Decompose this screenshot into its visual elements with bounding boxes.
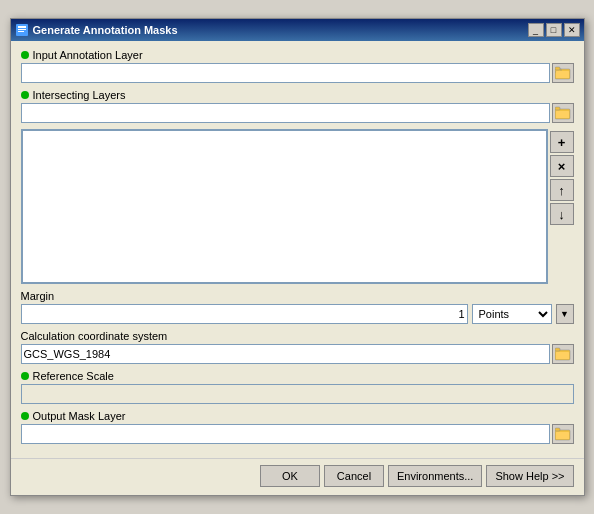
margin-unit-dropdown-btn[interactable]: ▼	[556, 304, 574, 324]
window-title: Generate Annotation Masks	[33, 24, 178, 36]
intersecting-layers-bullet	[21, 91, 29, 99]
reference-scale-group: Reference Scale	[21, 370, 574, 404]
margin-input-row: Points Pixels Inches ▼	[21, 304, 574, 324]
minimize-button[interactable]: _	[528, 23, 544, 37]
svg-rect-2	[18, 29, 26, 30]
input-annotation-select[interactable]	[21, 63, 550, 83]
margin-group: Margin	[21, 290, 574, 302]
svg-rect-6	[555, 67, 560, 70]
output-mask-row	[21, 424, 574, 444]
intersecting-layers-group: Intersecting Layers	[21, 89, 574, 123]
svg-rect-3	[18, 31, 24, 32]
titlebar-icon	[15, 23, 29, 37]
margin-label: Margin	[21, 290, 55, 302]
remove-layer-button[interactable]: ×	[550, 155, 574, 177]
cancel-button[interactable]: Cancel	[324, 465, 384, 487]
calc-coord-folder-button[interactable]	[552, 344, 574, 364]
margin-input[interactable]	[21, 304, 468, 324]
input-annotation-bullet	[21, 51, 29, 59]
move-up-button[interactable]: ↑	[550, 179, 574, 201]
svg-rect-9	[556, 111, 569, 118]
svg-rect-16	[555, 428, 560, 431]
svg-rect-12	[556, 352, 569, 359]
form-content: Input Annotation Layer	[11, 41, 584, 458]
calc-coord-label: Calculation coordinate system	[21, 330, 574, 342]
output-mask-input[interactable]	[21, 424, 550, 444]
margin-unit-select[interactable]: Points Pixels Inches	[472, 304, 552, 324]
folder-icon-3	[555, 347, 571, 361]
list-controls: + × ↑ ↓	[550, 129, 574, 284]
svg-rect-15	[556, 432, 569, 439]
intersecting-layers-folder-button[interactable]	[552, 103, 574, 123]
show-help-button[interactable]: Show Help >>	[486, 465, 573, 487]
reference-scale-label: Reference Scale	[21, 370, 574, 382]
close-button[interactable]: ✕	[564, 23, 580, 37]
folder-icon-4	[555, 427, 571, 441]
svg-rect-13	[555, 348, 560, 351]
intersecting-layers-row	[21, 103, 574, 123]
intersecting-layers-select[interactable]	[21, 103, 550, 123]
calc-coord-row	[21, 344, 574, 364]
reference-scale-input[interactable]	[21, 384, 574, 404]
output-mask-label: Output Mask Layer	[21, 410, 574, 422]
add-layer-button[interactable]: +	[550, 131, 574, 153]
footer: OK Cancel Environments... Show Help >>	[11, 458, 584, 495]
input-annotation-group: Input Annotation Layer	[21, 49, 574, 83]
folder-icon-2	[555, 106, 571, 120]
svg-rect-10	[555, 107, 560, 110]
svg-rect-1	[18, 26, 26, 28]
move-down-button[interactable]: ↓	[550, 203, 574, 225]
input-annotation-folder-button[interactable]	[552, 63, 574, 83]
ok-button[interactable]: OK	[260, 465, 320, 487]
intersecting-layers-list[interactable]	[21, 129, 548, 284]
input-annotation-label: Input Annotation Layer	[21, 49, 574, 61]
output-mask-folder-button[interactable]	[552, 424, 574, 444]
input-annotation-row	[21, 63, 574, 83]
maximize-button[interactable]: □	[546, 23, 562, 37]
output-mask-bullet	[21, 412, 29, 420]
titlebar: Generate Annotation Masks _ □ ✕	[11, 19, 584, 41]
svg-rect-7	[556, 71, 569, 78]
output-mask-group: Output Mask Layer	[21, 410, 574, 444]
intersecting-layers-label: Intersecting Layers	[21, 89, 574, 101]
calc-coord-group: Calculation coordinate system	[21, 330, 574, 364]
environments-button[interactable]: Environments...	[388, 465, 482, 487]
reference-scale-bullet	[21, 372, 29, 380]
layers-list-section: + × ↑ ↓	[21, 129, 574, 284]
titlebar-buttons: _ □ ✕	[528, 23, 580, 37]
calc-coord-input[interactable]	[21, 344, 550, 364]
folder-icon	[555, 66, 571, 80]
